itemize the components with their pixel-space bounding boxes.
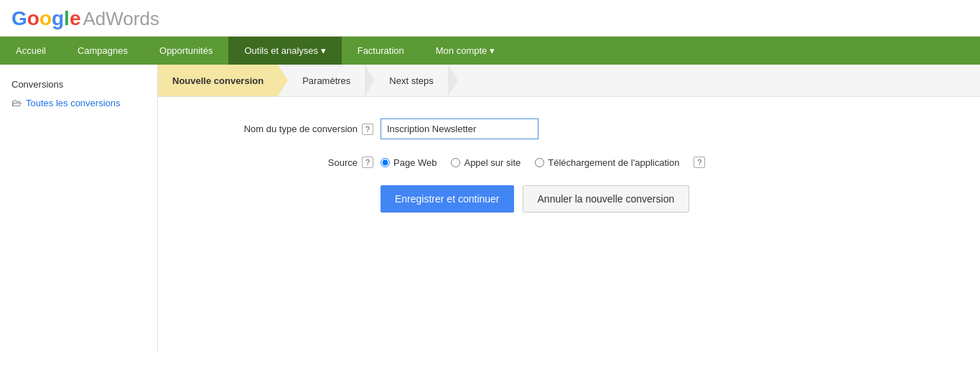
tab-next-steps[interactable]: Next steps [375,65,447,96]
sidebar-item-conversions[interactable]: 🗁 Toutes les conversions [0,93,157,113]
tab-nouvelle-conversion[interactable]: Nouvelle conversion [158,65,278,96]
source-label: Source ? [187,157,373,168]
header: Google AdWords [0,0,980,37]
main-content: Nouvelle conversion Paramètres Next step… [158,65,980,352]
folder-icon: 🗁 [11,97,22,108]
source-radio-group: Page Web Appel sur site Téléchargement d… [381,157,705,168]
radio-telechargement[interactable]: Téléchargement de l'application [535,157,679,168]
source-help-icon[interactable]: ? [362,157,373,168]
telechargement-help-icon[interactable]: ? [694,157,705,168]
content-area: Conversions 🗁 Toutes les conversions Nou… [0,65,980,352]
tab-arrow-1 [278,65,288,96]
radio-appel-site[interactable]: Appel sur site [451,157,521,168]
nav-opportunites[interactable]: Opportunités [144,37,228,65]
breadcrumb-tabs: Nouvelle conversion Paramètres Next step… [158,65,980,97]
nav-outils[interactable]: Outils et analyses [228,37,341,65]
main-nav: Accueil Campagnes Opportunités Outils et… [0,37,980,65]
name-label: Nom du type de conversion ? [187,124,373,135]
nav-moncompte[interactable]: Mon compte [420,37,510,65]
name-help-icon[interactable]: ? [362,124,373,135]
form-area: Nom du type de conversion ? Source ? Pag… [158,97,980,234]
cancel-button[interactable]: Annuler la nouvelle conversion [523,185,690,213]
logo: Google AdWords [11,7,159,30]
logo-google-text: Google [11,7,80,30]
radio-appel-site-input[interactable] [451,158,460,167]
name-row: Nom du type de conversion ? [187,118,951,139]
logo-adwords-text: AdWords [83,8,159,30]
name-input[interactable] [381,118,538,139]
radio-appel-site-label: Appel sur site [464,157,521,168]
tab-arrow-2 [365,65,375,96]
save-button[interactable]: Enregistrer et continuer [381,185,514,213]
radio-telechargement-label: Téléchargement de l'application [548,157,679,168]
button-row: Enregistrer et continuer Annuler la nouv… [187,185,951,213]
sidebar-title: Conversions [0,76,157,93]
radio-page-web[interactable]: Page Web [381,157,437,168]
tab-arrow-3 [448,65,458,96]
radio-page-web-label: Page Web [393,157,437,168]
tab-parametres[interactable]: Paramètres [288,65,365,96]
sidebar: Conversions 🗁 Toutes les conversions [0,65,158,352]
radio-page-web-input[interactable] [381,158,390,167]
nav-accueil[interactable]: Accueil [0,37,62,65]
nav-facturation[interactable]: Facturation [342,37,420,65]
nav-campagnes[interactable]: Campagnes [62,37,144,65]
radio-telechargement-input[interactable] [535,158,544,167]
sidebar-item-label: Toutes les conversions [26,98,121,108]
source-row: Source ? Page Web Appel sur site Télécha… [187,157,951,168]
